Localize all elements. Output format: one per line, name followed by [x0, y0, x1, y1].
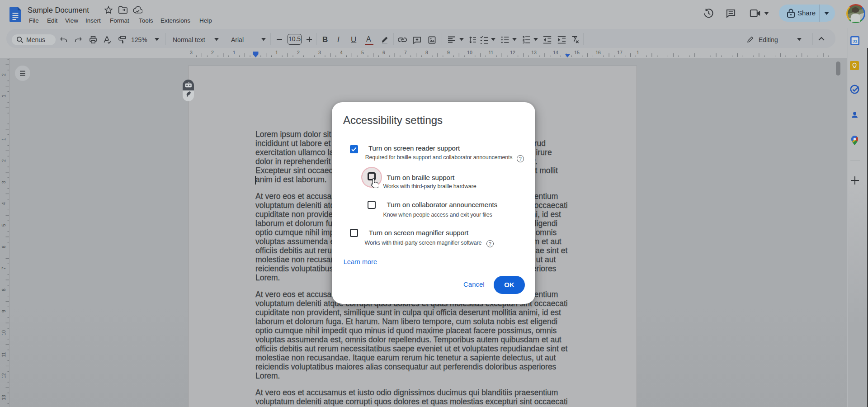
- svg-text:31: 31: [853, 38, 858, 43]
